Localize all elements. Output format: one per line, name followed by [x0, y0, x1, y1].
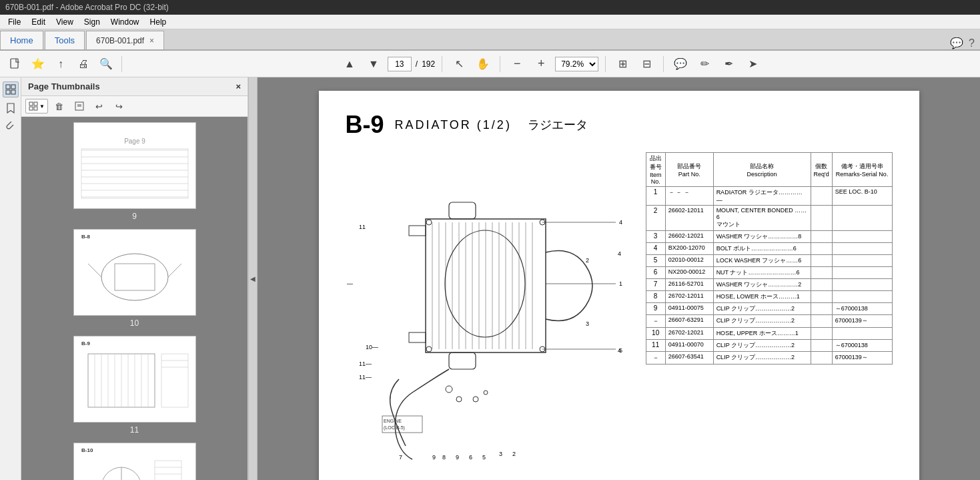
part-remarks-5	[832, 267, 892, 279]
comment-button[interactable]: 💬	[670, 55, 690, 73]
table-row: － 26607-63291 CLIP クリップ………………2 67000139～	[646, 315, 892, 328]
hand-tool-button[interactable]: ✋	[473, 55, 493, 73]
sidebar-collapse-button[interactable]: ◀	[248, 77, 258, 480]
zoom-out-button[interactable]: −	[507, 55, 527, 73]
part-desc-12: CLIP クリップ………………2	[713, 352, 811, 365]
svg-rect-23	[75, 230, 195, 314]
table-row: 8 26702-12011 HOSE, LOWER ホース………1	[646, 291, 892, 303]
svg-text:1: 1	[619, 280, 622, 287]
part-no-11: 04911-00070	[665, 340, 713, 352]
part-item-0: 1	[646, 187, 665, 206]
page-total: 192	[422, 59, 435, 69]
help-icon[interactable]: ?	[969, 37, 975, 49]
svg-rect-7	[29, 107, 33, 110]
sidebar-delete-button[interactable]: 🗑	[51, 99, 68, 113]
table-row: 5 02010-00012 LOCK WASHER フッシャ……6	[646, 255, 892, 267]
svg-point-91	[446, 386, 452, 393]
part-no-10: 26702-12021	[665, 328, 713, 340]
header-desc: 部品名称 Description	[713, 153, 811, 187]
pdf-title-ja: ラジエータ	[528, 117, 588, 133]
part-remarks-8: ～67000138	[832, 303, 892, 315]
sidebar-close-button[interactable]: ×	[235, 81, 241, 91]
bookmarks-icon[interactable]	[3, 100, 19, 116]
header-qty: 個数 Req'd	[811, 153, 832, 187]
part-no-8: 04911-00075	[665, 303, 713, 315]
part-qty-2	[811, 231, 832, 243]
sidebar-extract-button[interactable]	[71, 99, 88, 113]
parts-tbody: 1 － － － RADIATOR ラジエータ…………— SEE LOC. B-1…	[646, 187, 892, 365]
part-desc-0: RADIATOR ラジエータ…………—	[713, 187, 811, 206]
part-qty-12	[811, 352, 832, 365]
part-item-6: 7	[646, 279, 665, 291]
thumbnails-icon[interactable]	[3, 81, 19, 97]
chat-icon[interactable]: 💬	[950, 37, 963, 49]
tab-tools-label: Tools	[55, 35, 75, 45]
zoom-select[interactable]: 79.2% 50% 75% 100% 125%	[555, 57, 598, 71]
sidebar-redo-button[interactable]: ↪	[111, 99, 128, 113]
part-no-0: － － －	[665, 187, 713, 206]
bookmark-button[interactable]: ⭐	[28, 55, 48, 73]
sidebar-view-dropdown[interactable]: ▼	[25, 99, 48, 113]
menu-edit[interactable]: Edit	[26, 16, 51, 28]
sidebar-undo-button[interactable]: ↩	[91, 99, 108, 113]
highlight-button[interactable]: ✏	[694, 55, 714, 73]
tab-close-button[interactable]: ×	[149, 36, 154, 45]
part-qty-11	[811, 340, 832, 352]
print-button[interactable]: 🖨	[73, 55, 93, 73]
share-button[interactable]: ↑	[51, 55, 71, 73]
svg-text:B-9: B-9	[81, 340, 90, 346]
menu-help[interactable]: Help	[145, 16, 172, 28]
part-item-4: 5	[646, 255, 665, 267]
page-number-input[interactable]: 13	[388, 57, 412, 71]
menu-view[interactable]: View	[51, 16, 79, 28]
zoom-in-button[interactable]: +	[531, 55, 551, 73]
svg-text:9: 9	[432, 454, 436, 461]
part-desc-11: CLIP クリップ………………2	[713, 340, 811, 352]
table-row: 10 26702-12021 HOSE, UPPER ホース………1	[646, 328, 892, 340]
send-button[interactable]: ➤	[743, 55, 763, 73]
attachments-icon[interactable]	[3, 119, 19, 135]
svg-text:3: 3	[499, 451, 502, 457]
svg-text:3: 3	[586, 320, 589, 327]
parts-table: 品出番号 Item No. 部品番号 Part No. 部品名称 Descrip…	[646, 152, 893, 475]
search-button[interactable]: 🔍	[96, 55, 116, 73]
page-up-button[interactable]: ▲	[340, 55, 360, 73]
fit-width-button[interactable]: ⊟	[636, 55, 656, 73]
tab-tools[interactable]: Tools	[45, 31, 85, 49]
pdf-page-id: B-9	[346, 111, 384, 139]
menu-sign[interactable]: Sign	[79, 16, 105, 28]
page-thumb-12-img[interactable]: B-10	[73, 443, 196, 480]
page-thumb-9-img[interactable]: Page 9	[73, 122, 196, 209]
svg-point-70	[445, 230, 525, 337]
svg-rect-5	[29, 102, 33, 105]
select-tool-button[interactable]: ↖	[449, 55, 469, 73]
menu-file[interactable]: File	[3, 16, 26, 28]
page-down-button[interactable]: ▼	[364, 55, 384, 73]
part-no-7: 26702-12011	[665, 291, 713, 303]
svg-text:5: 5	[482, 454, 486, 461]
page-thumb-11-img[interactable]: B-9	[73, 336, 196, 423]
part-desc-7: HOSE, LOWER ホース………1	[713, 291, 811, 303]
fit-page-button[interactable]: ⊞	[612, 55, 632, 73]
tab-file[interactable]: 670B-001.pdf ×	[86, 31, 164, 49]
part-no-12: 26607-63541	[665, 352, 713, 365]
part-no-6: 26116-52701	[665, 279, 713, 291]
page-thumb-10-img[interactable]: B-8	[73, 229, 196, 316]
new-file-button[interactable]	[5, 55, 25, 73]
part-item-1: 2	[646, 206, 665, 231]
pdf-diagram: 1 2 3 4 5 11— 11— 11	[346, 152, 632, 475]
part-qty-5	[811, 267, 832, 279]
header-item: 品出番号 Item No.	[646, 153, 665, 187]
markup-button[interactable]: ✒	[718, 55, 739, 73]
sidebar-toolbar: ▼ 🗑 ↩ ↪	[21, 96, 248, 117]
tab-home[interactable]: Home	[0, 31, 43, 49]
menu-window[interactable]: Window	[105, 16, 145, 28]
svg-text:—: —	[347, 280, 353, 287]
pdf-content: 1 2 3 4 5 11— 11— 11	[346, 152, 893, 475]
table-row: 11 04911-00070 CLIP クリップ………………2 ～6700013…	[646, 340, 892, 352]
page-thumb-11: B-9	[73, 336, 196, 435]
svg-point-77	[426, 346, 432, 352]
svg-text:Page 9: Page 9	[124, 138, 145, 145]
page-thumb-12: B-10 12	[73, 443, 196, 480]
part-qty-1	[811, 206, 832, 231]
